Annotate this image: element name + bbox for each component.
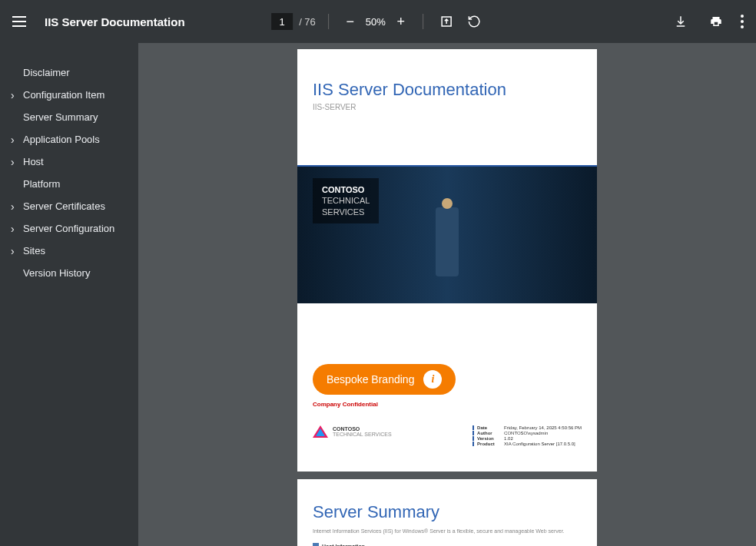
page-total: / 76 [299,16,316,28]
hero-brand-label: CONTOSO TECHNICAL SERVICES [313,178,379,223]
print-icon[interactable] [705,11,727,32]
document-title: IIS Server Documentation [45,15,185,28]
page-intro: Internet Information Services (IIS) for … [313,528,582,534]
page-title: IIS Server Documentation [313,80,597,100]
fit-page-icon[interactable] [436,11,457,32]
page-viewport[interactable]: IIS Server Documentation IIS-SERVER CONT… [0,43,756,546]
zoom-level: 50% [366,16,386,28]
rotate-icon[interactable] [463,11,485,32]
pdf-page-2: Server Summary Internet Information Serv… [297,479,597,546]
divider [423,14,423,29]
pdf-page-1: IIS Server Documentation IIS-SERVER CONT… [297,49,597,472]
info-icon: i [423,370,442,389]
confidential-label: Company Confidential [313,401,378,408]
hero-image: CONTOSO TECHNICAL SERVICES [297,165,597,303]
logo-icon [313,425,328,438]
contoso-logo: CONTOSO TECHNICAL SERVICES [313,425,392,438]
page-number-input[interactable] [271,13,293,30]
download-icon[interactable] [670,11,691,32]
menu-icon[interactable] [12,16,26,27]
hero-person-illustration [436,207,459,276]
host-info-section: Host Information Computer Fully Qualifie… [313,543,582,546]
pdf-toolbar: IIS Server Documentation / 76 − 50% + [0,0,756,43]
divider [328,14,329,29]
server-icon [313,543,319,546]
page-subtitle: IIS-SERVER [313,103,597,111]
branding-callout[interactable]: Bespoke Branding i [313,364,456,395]
zoom-out-button[interactable]: − [341,14,360,30]
page-title: Server Summary [313,502,597,522]
more-options-icon[interactable] [741,15,744,28]
document-metadata: DateFriday, February 14, 2025 4:50:56 PM… [472,425,582,447]
zoom-in-button[interactable]: + [392,14,410,30]
